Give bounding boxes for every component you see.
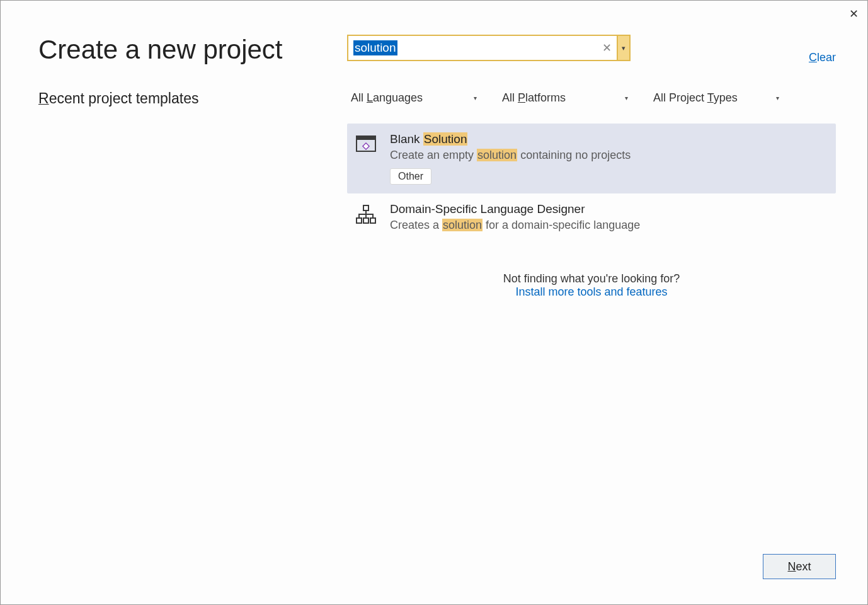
search-history-dropdown[interactable] [618, 35, 631, 61]
template-description: Create an empty solution containing no p… [390, 149, 830, 162]
search-value: solution [353, 40, 397, 55]
solution-icon [355, 134, 377, 156]
not-finding-panel: Not finding what you're looking for? Ins… [497, 272, 686, 299]
next-button[interactable]: Next [763, 554, 836, 579]
svg-rect-3 [363, 205, 368, 210]
search-input[interactable]: solution ✕ [347, 35, 618, 61]
template-tag: Other [390, 168, 431, 185]
clear-search-icon[interactable]: ✕ [602, 41, 612, 55]
filter-languages[interactable]: All Languages [347, 90, 479, 106]
template-description: Creates a solution for a domain-specific… [390, 219, 830, 232]
not-finding-text: Not finding what you're looking for? [497, 272, 686, 285]
template-title: Blank Solution [390, 132, 830, 146]
filter-project-types[interactable]: All Project Types [649, 90, 782, 106]
install-tools-link[interactable]: Install more tools and features [497, 285, 686, 299]
filter-platforms[interactable]: All Platforms [498, 90, 631, 106]
svg-rect-5 [363, 218, 368, 223]
dialog-create-new-project: ✕ Create a new project solution ✕ Clear … [0, 0, 868, 605]
template-item-blank-solution[interactable]: Blank Solution Create an empty solution … [347, 124, 836, 193]
close-icon[interactable]: ✕ [849, 7, 859, 21]
svg-rect-6 [370, 218, 375, 223]
svg-rect-4 [357, 218, 362, 223]
template-title: Domain-Specific Language Designer [390, 202, 830, 216]
recent-templates-heading: Recent project templates [38, 90, 341, 107]
page-title: Create a new project [38, 35, 341, 65]
diagram-icon [355, 204, 377, 226]
template-results: Blank Solution Create an empty solution … [347, 124, 836, 241]
clear-link[interactable]: Clear [809, 51, 836, 64]
template-item-dsl-designer[interactable]: Domain-Specific Language Designer Create… [347, 193, 836, 241]
